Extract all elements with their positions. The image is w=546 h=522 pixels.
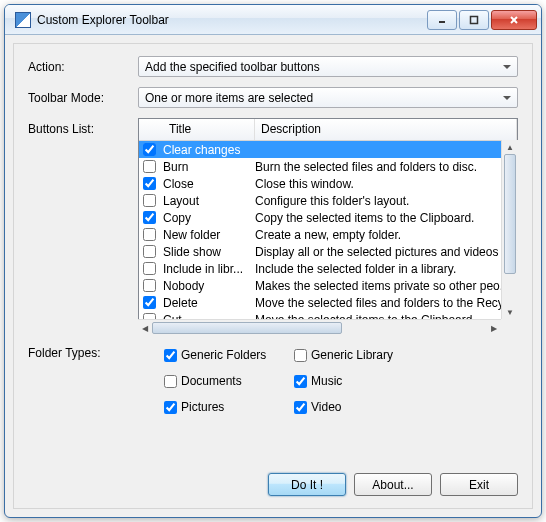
- titlebar[interactable]: Custom Explorer Toolbar: [5, 5, 541, 35]
- row-checkbox[interactable]: [143, 262, 156, 275]
- folder-type-checkbox[interactable]: Music: [294, 374, 424, 388]
- checkbox-input[interactable]: [164, 349, 177, 362]
- action-label: Action:: [28, 60, 138, 74]
- vscroll-thumb[interactable]: [504, 154, 516, 274]
- row-description: Makes the selected items private so othe…: [255, 279, 517, 293]
- list-row[interactable]: Slide showDisplay all or the selected pi…: [139, 243, 517, 260]
- row-title: New folder: [163, 228, 255, 242]
- exit-button[interactable]: Exit: [440, 473, 518, 496]
- checkbox-input[interactable]: [294, 401, 307, 414]
- minimize-button[interactable]: [427, 10, 457, 30]
- checkbox-label: Music: [311, 374, 342, 388]
- do-it-label: Do It !: [291, 478, 323, 492]
- row-description: Close this window.: [255, 177, 517, 191]
- row-checkbox[interactable]: [143, 194, 156, 207]
- list-row[interactable]: NobodyMakes the selected items private s…: [139, 277, 517, 294]
- hscroll-thumb[interactable]: [152, 322, 342, 334]
- row-title: Clear changes: [163, 143, 255, 157]
- row-checkbox[interactable]: [143, 279, 156, 292]
- toolbar-mode-combo[interactable]: One or more items are selected: [138, 87, 518, 108]
- list-body[interactable]: Clear changesBurnBurn the selected files…: [139, 141, 517, 335]
- vertical-scrollbar[interactable]: ▲ ▼: [501, 140, 518, 319]
- row-title: Burn: [163, 160, 255, 174]
- window-title: Custom Explorer Toolbar: [37, 13, 425, 27]
- action-combo[interactable]: Add the specified toolbar buttons: [138, 56, 518, 77]
- scroll-right-icon[interactable]: ▶: [487, 320, 501, 336]
- list-row[interactable]: Clear changes: [139, 141, 517, 158]
- scroll-corner: [501, 319, 518, 336]
- svg-rect-1: [471, 16, 478, 23]
- button-row: Do It ! About... Exit: [268, 473, 518, 496]
- row-description: Copy the selected items to the Clipboard…: [255, 211, 517, 225]
- app-window: Custom Explorer Toolbar Action: Add the …: [4, 4, 542, 518]
- scroll-down-icon[interactable]: ▼: [502, 305, 518, 319]
- about-label: About...: [372, 478, 413, 492]
- list-header[interactable]: Title Description: [139, 119, 517, 141]
- close-icon: [509, 15, 519, 25]
- toolbar-mode-label: Toolbar Mode:: [28, 91, 138, 105]
- header-title[interactable]: Title: [163, 119, 255, 140]
- minimize-icon: [437, 15, 447, 25]
- checkbox-input[interactable]: [164, 375, 177, 388]
- app-icon: [15, 12, 31, 28]
- horizontal-scrollbar[interactable]: ◀ ▶: [138, 319, 501, 336]
- checkbox-label: Generic Folders: [181, 348, 266, 362]
- list-row[interactable]: New folderCreate a new, empty folder.: [139, 226, 517, 243]
- checkbox-input[interactable]: [294, 375, 307, 388]
- row-description: Move the selected files and folders to t…: [255, 296, 517, 310]
- row-description: Include the selected folder in a library…: [255, 262, 517, 276]
- row-description: Configure this folder's layout.: [255, 194, 517, 208]
- row-checkbox[interactable]: [143, 177, 156, 190]
- list-row[interactable]: BurnBurn the selected files and folders …: [139, 158, 517, 175]
- row-title: Nobody: [163, 279, 255, 293]
- maximize-icon: [469, 15, 479, 25]
- buttons-list-view[interactable]: Title Description Clear changesBurnBurn …: [138, 118, 518, 336]
- checkbox-label: Video: [311, 400, 341, 414]
- row-checkbox[interactable]: [143, 211, 156, 224]
- row-title: Slide show: [163, 245, 255, 259]
- scroll-up-icon[interactable]: ▲: [502, 140, 518, 154]
- folder-types-label: Folder Types:: [28, 346, 138, 414]
- folder-type-checkbox[interactable]: Video: [294, 400, 424, 414]
- action-combo-value: Add the specified toolbar buttons: [145, 60, 320, 74]
- checkbox-label: Documents: [181, 374, 242, 388]
- row-checkbox[interactable]: [143, 160, 156, 173]
- row-title: Close: [163, 177, 255, 191]
- folder-type-checkbox[interactable]: Pictures: [164, 400, 294, 414]
- header-description[interactable]: Description: [255, 119, 517, 140]
- row-checkbox[interactable]: [143, 296, 156, 309]
- list-row[interactable]: Include in libr...Include the selected f…: [139, 260, 517, 277]
- checkbox-label: Generic Library: [311, 348, 393, 362]
- maximize-button[interactable]: [459, 10, 489, 30]
- content-panel: Action: Add the specified toolbar button…: [13, 43, 533, 509]
- row-checkbox[interactable]: [143, 245, 156, 258]
- list-row[interactable]: LayoutConfigure this folder's layout.: [139, 192, 517, 209]
- folder-types-grid: Generic FoldersGeneric LibraryDocumentsM…: [164, 348, 518, 414]
- do-it-button[interactable]: Do It !: [268, 473, 346, 496]
- list-row[interactable]: DeleteMove the selected files and folder…: [139, 294, 517, 311]
- row-title: Copy: [163, 211, 255, 225]
- list-row[interactable]: CopyCopy the selected items to the Clipb…: [139, 209, 517, 226]
- row-title: Include in libr...: [163, 262, 255, 276]
- scroll-left-icon[interactable]: ◀: [138, 320, 152, 336]
- checkbox-input[interactable]: [294, 349, 307, 362]
- row-description: Burn the selected files and folders to d…: [255, 160, 517, 174]
- folder-type-checkbox[interactable]: Generic Library: [294, 348, 424, 362]
- close-button[interactable]: [491, 10, 537, 30]
- row-checkbox[interactable]: [143, 143, 156, 156]
- row-description: Display all or the selected pictures and…: [255, 245, 517, 259]
- folder-type-checkbox[interactable]: Documents: [164, 374, 294, 388]
- exit-label: Exit: [469, 478, 489, 492]
- row-description: Create a new, empty folder.: [255, 228, 517, 242]
- checkbox-label: Pictures: [181, 400, 224, 414]
- row-checkbox[interactable]: [143, 228, 156, 241]
- row-title: Delete: [163, 296, 255, 310]
- folder-type-checkbox[interactable]: Generic Folders: [164, 348, 294, 362]
- list-row[interactable]: CloseClose this window.: [139, 175, 517, 192]
- window-controls: [425, 10, 537, 30]
- buttons-list-label: Buttons List:: [28, 118, 138, 336]
- toolbar-mode-combo-value: One or more items are selected: [145, 91, 313, 105]
- checkbox-input[interactable]: [164, 401, 177, 414]
- about-button[interactable]: About...: [354, 473, 432, 496]
- row-title: Layout: [163, 194, 255, 208]
